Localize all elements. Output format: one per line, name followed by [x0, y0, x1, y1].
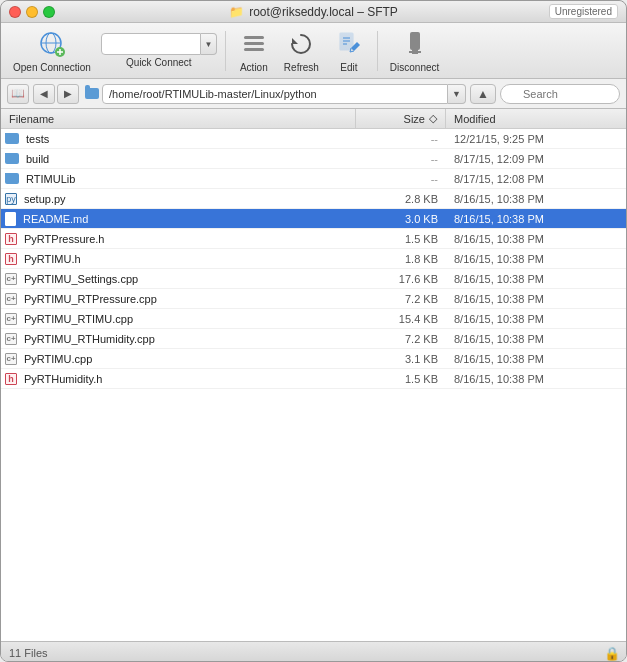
file-name-text: PyRTIMU_RTHumidity.cpp: [24, 333, 155, 345]
file-size-text: 3.1 KB: [405, 353, 438, 365]
disconnect-button[interactable]: Disconnect: [386, 25, 443, 76]
forward-button[interactable]: ▶: [57, 84, 79, 104]
file-name-cell: c+PyRTIMU_RTHumidity.cpp: [1, 333, 356, 345]
title-text: root@rikseddy.local – SFTP: [249, 5, 398, 19]
sort-arrow: ◇: [429, 112, 437, 125]
bookmark-button[interactable]: 📖: [7, 84, 29, 104]
file-modified-cell: 8/16/15, 10:38 PM: [446, 353, 626, 365]
table-row[interactable]: tests--12/21/15, 9:25 PM: [1, 129, 626, 149]
file-size-cell: 3.0 KB: [356, 213, 446, 225]
edit-button[interactable]: Edit: [329, 25, 369, 76]
action-label: Action: [240, 62, 268, 73]
file-size-text: 7.2 KB: [405, 333, 438, 345]
file-name-cell: c+PyRTIMU_RTPressure.cpp: [1, 293, 356, 305]
search-wrap: 🔍: [500, 84, 620, 104]
file-size-text: 1.5 KB: [405, 233, 438, 245]
file-modified-cell: 12/21/15, 9:25 PM: [446, 133, 626, 145]
file-name-text: PyRTPressure.h: [24, 233, 105, 245]
table-row[interactable]: README.md3.0 KB8/16/15, 10:38 PM: [1, 209, 626, 229]
table-row[interactable]: pysetup.py2.8 KB8/16/15, 10:38 PM: [1, 189, 626, 209]
file-name-cell: tests: [1, 133, 356, 145]
file-name-text: PyRTIMU_RTPressure.cpp: [24, 293, 157, 305]
table-row[interactable]: c+PyRTIMU_RTHumidity.cpp7.2 KB8/16/15, 1…: [1, 329, 626, 349]
toolbar-separator-2: [377, 31, 378, 71]
file-modified-cell: 8/16/15, 10:38 PM: [446, 193, 626, 205]
file-size-text: 1.8 KB: [405, 253, 438, 265]
action-icon: [238, 28, 270, 60]
file-size-cell: 15.4 KB: [356, 313, 446, 325]
table-row[interactable]: build--8/17/15, 12:09 PM: [1, 149, 626, 169]
file-size-text: 17.6 KB: [399, 273, 438, 285]
column-header-modified[interactable]: Modified: [446, 109, 626, 128]
action-button[interactable]: Action: [234, 25, 274, 76]
disconnect-label: Disconnect: [390, 62, 439, 73]
file-size-cell: 7.2 KB: [356, 333, 446, 345]
file-size-text: --: [431, 173, 438, 185]
file-name-text: PyRTIMU.cpp: [24, 353, 92, 365]
refresh-button[interactable]: Refresh: [280, 25, 323, 76]
quick-connect-label: Quick Connect: [126, 57, 192, 68]
up-directory-button[interactable]: ▲: [470, 84, 496, 104]
path-dropdown-button[interactable]: ▼: [448, 84, 466, 104]
table-row[interactable]: hPyRTIMU.h1.8 KB8/16/15, 10:38 PM: [1, 249, 626, 269]
open-connection-button[interactable]: Open Connection: [9, 25, 95, 76]
back-button[interactable]: ◀: [33, 84, 55, 104]
open-connection-label: Open Connection: [13, 62, 91, 73]
close-button[interactable]: [9, 6, 21, 18]
file-modified-cell: 8/16/15, 10:38 PM: [446, 273, 626, 285]
file-size-cell: 3.1 KB: [356, 353, 446, 365]
file-modified-cell: 8/16/15, 10:38 PM: [446, 253, 626, 265]
file-name-cell: c+PyRTIMU_RTIMU.cpp: [1, 313, 356, 325]
minimize-button[interactable]: [26, 6, 38, 18]
status-bar: 11 Files 🔒: [1, 641, 626, 662]
window-controls[interactable]: [9, 6, 55, 18]
quick-connect-input[interactable]: [101, 33, 201, 55]
table-row[interactable]: c+PyRTIMU_RTIMU.cpp15.4 KB8/16/15, 10:38…: [1, 309, 626, 329]
file-size-cell: 1.5 KB: [356, 373, 446, 385]
file-list-container: Filename Size ◇ Modified tests--12/21/15…: [1, 109, 626, 641]
file-size-text: 15.4 KB: [399, 313, 438, 325]
table-row[interactable]: hPyRTPressure.h1.5 KB8/16/15, 10:38 PM: [1, 229, 626, 249]
file-size-cell: --: [356, 153, 446, 165]
table-row[interactable]: c+PyRTIMU_RTPressure.cpp7.2 KB8/16/15, 1…: [1, 289, 626, 309]
quick-connect-group: ▼ Quick Connect: [101, 33, 217, 68]
svg-rect-6: [244, 36, 264, 39]
file-name-cell: c+PyRTIMU.cpp: [1, 353, 356, 365]
refresh-label: Refresh: [284, 62, 319, 73]
sftp-icon: 📁: [229, 5, 244, 19]
file-size-cell: --: [356, 133, 446, 145]
file-size-text: 7.2 KB: [405, 293, 438, 305]
file-name-cell: RTIMULib: [1, 173, 356, 185]
file-name-text: tests: [26, 133, 49, 145]
file-name-cell: README.md: [1, 212, 356, 226]
file-size-cell: 1.5 KB: [356, 233, 446, 245]
table-row[interactable]: hPyRTHumidity.h1.5 KB8/16/15, 10:38 PM: [1, 369, 626, 389]
file-size-text: 3.0 KB: [405, 213, 438, 225]
address-bar: 📖 ◀ ▶ ▼ ▲ 🔍: [1, 79, 626, 109]
path-folder-icon: [85, 88, 99, 99]
file-size-text: 2.8 KB: [405, 193, 438, 205]
file-name-text: PyRTHumidity.h: [24, 373, 102, 385]
file-list-header: Filename Size ◇ Modified: [1, 109, 626, 129]
table-row[interactable]: c+PyRTIMU.cpp3.1 KB8/16/15, 10:38 PM: [1, 349, 626, 369]
disconnect-icon: [399, 28, 431, 60]
path-input[interactable]: [102, 84, 448, 104]
table-row[interactable]: RTIMULib--8/17/15, 12:08 PM: [1, 169, 626, 189]
search-input[interactable]: [500, 84, 620, 104]
quick-connect-input-group[interactable]: ▼: [101, 33, 217, 55]
refresh-icon: [285, 28, 317, 60]
file-name-cell: hPyRTPressure.h: [1, 233, 356, 245]
file-modified-cell: 8/16/15, 10:38 PM: [446, 233, 626, 245]
title-bar: 📁 root@rikseddy.local – SFTP Unregistere…: [1, 1, 626, 23]
file-size-cell: 1.8 KB: [356, 253, 446, 265]
column-header-filename[interactable]: Filename: [1, 109, 356, 128]
svg-marker-9: [292, 38, 298, 44]
quick-connect-dropdown[interactable]: ▼: [201, 33, 217, 55]
file-modified-cell: 8/16/15, 10:38 PM: [446, 293, 626, 305]
maximize-button[interactable]: [43, 6, 55, 18]
table-row[interactable]: c+PyRTIMU_Settings.cpp17.6 KB8/16/15, 10…: [1, 269, 626, 289]
file-size-text: --: [431, 153, 438, 165]
file-name-cell: build: [1, 153, 356, 165]
column-header-size[interactable]: Size ◇: [356, 109, 446, 128]
file-name-text: RTIMULib: [26, 173, 75, 185]
